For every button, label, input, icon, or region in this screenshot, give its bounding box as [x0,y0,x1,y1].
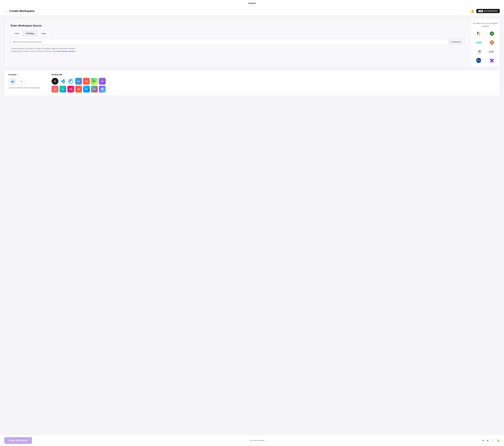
svg-point-25 [490,61,492,63]
tab-image[interactable]: Image [37,31,50,36]
ide-row-1: ⊘ [52,78,495,85]
source-input-row: ▾ Advanced... [11,39,465,45]
tab-folder[interactable]: Folder [11,31,23,36]
svg-point-26 [492,61,494,63]
notification-bell-button[interactable]: 🔔 [471,9,474,13]
provider-required-star: * [17,73,18,76]
fleet-icon [100,87,104,91]
svg-rect-2 [477,33,478,35]
docker-icon: 🐳 [10,79,15,84]
workspace-source-input[interactable] [11,39,448,45]
ide-label: Default IDE * [52,73,495,76]
ide-vscode-web-button[interactable] [67,78,74,85]
pro-button-label: Try DevPod Pro [484,10,498,12]
svg-point-5 [479,35,480,35]
svg-text:≡GO: ≡GO [475,41,482,44]
provider-section: Provider * 🐳 + Use this provider to crea… [9,73,45,92]
quickstart-cpp[interactable]: C++ [475,57,482,64]
ide-goland-button[interactable]: GO [75,78,82,85]
quickstart-grid: JS ≡GO [473,30,498,64]
quickstart-panel: Or select one of our quickstart examples [471,19,500,67]
ide-rubymine-button[interactable]: RR [83,78,90,85]
datagrip-icon: DS [93,88,96,90]
ide-vscode-button[interactable] [59,78,66,85]
svg-text:☕: ☕ [477,49,482,54]
quickstart-java[interactable]: ☕ [475,48,482,55]
try-devpod-pro-button[interactable]: .PRO Try DevPod Pro [476,9,500,13]
footer-icons: ⊕ ★ 📄 🐛 [482,439,500,442]
help-text-after: . [76,50,76,52]
quickstart-title: Or select one of our quickstart examples [473,22,498,28]
workspace-source-heading: Enter Workspace Source [11,24,465,27]
vscode-web-icon [68,79,73,84]
bug-icon: 🐛 [497,439,500,442]
provider-icons-row: 🐳 + [9,78,45,85]
doc-button[interactable]: 📄 [491,439,494,442]
workspace-panel: Enter Workspace Source Folder Git Repo I… [4,19,500,67]
ide-rubymine2-button[interactable]: RM [75,86,82,92]
plus-icon: + [20,80,22,83]
star-button[interactable]: ★ [487,439,489,442]
svg-text:php: php [489,50,494,53]
clion-icon: CL [62,88,64,90]
quickstart-nodejs[interactable]: JS [488,30,495,37]
footer: Create Workspace 0.6.8 macos aarch64 ⊕ ★… [0,435,504,446]
ide-rider-button[interactable]: RD [67,86,74,92]
zoom-button[interactable]: ⊕ [482,439,484,442]
rubymine2-icon: RM [77,88,80,90]
footer-version: 0.6.8 macos aarch64 [250,440,264,441]
provider-add-button[interactable]: + [18,78,25,85]
ide-fleet-button[interactable] [99,86,106,92]
workspace-form: Enter Workspace Source Folder Git Repo I… [4,19,471,67]
svg-text:C++: C++ [477,59,481,62]
app-title: DevPod [248,2,256,4]
ide-none-button[interactable]: ⊘ [52,78,58,85]
ide-datagrip-button[interactable]: DS [91,86,98,92]
ide-grid: ⊘ [52,78,495,92]
intellij-icon: IJ [54,88,56,90]
pycharm-icon: PC [93,80,96,82]
doc-icon: 📄 [491,439,494,442]
header-left: ← Create Workspace [4,9,35,13]
star-icon: ★ [487,439,489,442]
provider-label: Provider * [9,73,45,76]
quickstart-rust[interactable] [488,39,495,46]
quickstart-python[interactable] [475,30,482,37]
bug-button[interactable]: 🐛 [497,439,500,442]
pro-badge: .PRO [478,10,483,12]
ide-phpstorm-button[interactable]: PS [99,78,106,85]
svg-text:JS: JS [491,33,493,34]
svg-rect-3 [479,33,480,35]
back-button[interactable]: ← [4,9,8,13]
quickstart-php[interactable]: php [488,48,495,55]
provider-docker-button[interactable]: 🐳 [9,78,16,85]
header-right: 🔔 .PRO Try DevPod Pro [471,9,500,13]
help-text: Any git repository, local path to a fold… [11,47,76,53]
devcontainer-link[interactable]: devcontainer standard [57,50,75,52]
vscode-icon [60,79,65,84]
ide-intellij-button[interactable]: IJ [52,86,58,92]
rubymine-icon: RR [85,80,88,82]
source-tab-row: Folder Git Repo Image [11,31,465,36]
none-icon: ⊘ [54,80,56,83]
tab-git-repo[interactable]: Git Repo [23,31,38,36]
quickstart-go[interactable]: ≡GO [475,39,482,46]
header: ← Create Workspace 🔔 .PRO Try DevPod Pro [0,7,504,16]
ide-pycharm-button[interactable]: PC [91,78,98,85]
main-content: Enter Workspace Source Folder Git Repo I… [0,16,504,435]
quickstart-collab[interactable] [488,57,495,64]
create-workspace-button[interactable]: Create Workspace [4,437,32,444]
webstorm-icon: WS [85,88,88,90]
ide-section: Default IDE * ⊘ [52,73,495,92]
advanced-button[interactable]: ▾ Advanced... [448,39,465,45]
phpstorm-icon: PS [101,80,103,82]
rider-icon: RD [70,88,72,90]
chevron-down-icon: ▾ [450,41,451,43]
ide-webstorm-button[interactable]: WS [83,86,90,92]
page-title: Create Workspace [9,9,35,13]
ide-required-star: * [63,73,63,76]
bottom-section: Provider * 🐳 + Use this provider to crea… [4,70,500,96]
ide-clion-button[interactable]: CL [59,86,66,92]
zoom-icon: ⊕ [482,439,484,442]
provider-help-text: Use this provider to create the workspac… [9,87,45,89]
